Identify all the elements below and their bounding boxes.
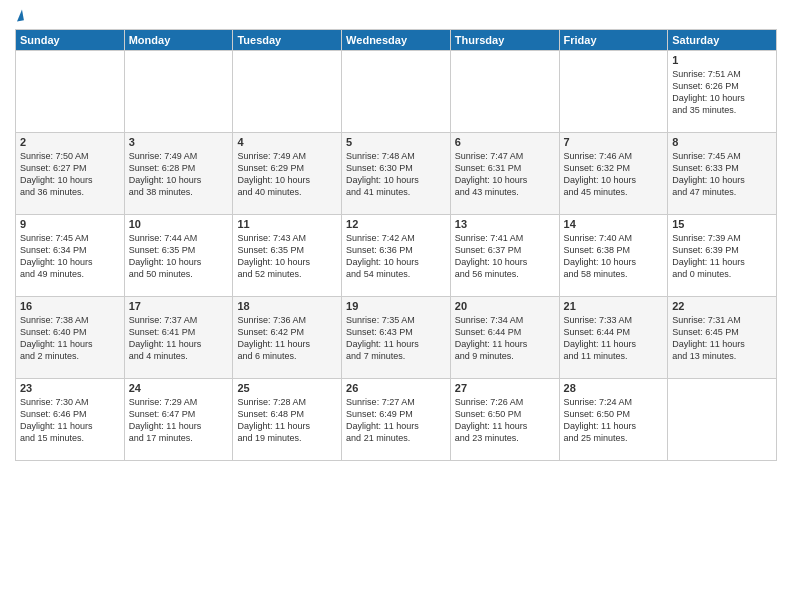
calendar-cell: 9Sunrise: 7:45 AM Sunset: 6:34 PM Daylig…: [16, 215, 125, 297]
calendar-cell: 21Sunrise: 7:33 AM Sunset: 6:44 PM Dayli…: [559, 297, 668, 379]
day-number: 25: [237, 382, 337, 394]
day-number: 4: [237, 136, 337, 148]
calendar-cell: 13Sunrise: 7:41 AM Sunset: 6:37 PM Dayli…: [450, 215, 559, 297]
calendar-table: SundayMondayTuesdayWednesdayThursdayFrid…: [15, 29, 777, 461]
day-number: 27: [455, 382, 555, 394]
day-info: Sunrise: 7:33 AM Sunset: 6:44 PM Dayligh…: [564, 314, 664, 363]
calendar-cell: 11Sunrise: 7:43 AM Sunset: 6:35 PM Dayli…: [233, 215, 342, 297]
day-info: Sunrise: 7:47 AM Sunset: 6:31 PM Dayligh…: [455, 150, 555, 199]
calendar-cell: 12Sunrise: 7:42 AM Sunset: 6:36 PM Dayli…: [342, 215, 451, 297]
calendar-cell: 10Sunrise: 7:44 AM Sunset: 6:35 PM Dayli…: [124, 215, 233, 297]
day-number: 5: [346, 136, 446, 148]
logo: [15, 10, 23, 21]
calendar-cell: 27Sunrise: 7:26 AM Sunset: 6:50 PM Dayli…: [450, 379, 559, 461]
day-info: Sunrise: 7:31 AM Sunset: 6:45 PM Dayligh…: [672, 314, 772, 363]
day-info: Sunrise: 7:35 AM Sunset: 6:43 PM Dayligh…: [346, 314, 446, 363]
calendar-header-row: SundayMondayTuesdayWednesdayThursdayFrid…: [16, 30, 777, 51]
calendar-cell: 19Sunrise: 7:35 AM Sunset: 6:43 PM Dayli…: [342, 297, 451, 379]
page-container: SundayMondayTuesdayWednesdayThursdayFrid…: [0, 0, 792, 612]
day-number: 8: [672, 136, 772, 148]
calendar-cell: 17Sunrise: 7:37 AM Sunset: 6:41 PM Dayli…: [124, 297, 233, 379]
day-info: Sunrise: 7:30 AM Sunset: 6:46 PM Dayligh…: [20, 396, 120, 445]
week-row-4: 16Sunrise: 7:38 AM Sunset: 6:40 PM Dayli…: [16, 297, 777, 379]
calendar-cell: 7Sunrise: 7:46 AM Sunset: 6:32 PM Daylig…: [559, 133, 668, 215]
calendar-cell: 24Sunrise: 7:29 AM Sunset: 6:47 PM Dayli…: [124, 379, 233, 461]
calendar-cell: 2Sunrise: 7:50 AM Sunset: 6:27 PM Daylig…: [16, 133, 125, 215]
day-info: Sunrise: 7:28 AM Sunset: 6:48 PM Dayligh…: [237, 396, 337, 445]
day-number: 20: [455, 300, 555, 312]
col-header-sunday: Sunday: [16, 30, 125, 51]
day-number: 18: [237, 300, 337, 312]
calendar-cell: 28Sunrise: 7:24 AM Sunset: 6:50 PM Dayli…: [559, 379, 668, 461]
calendar-cell: [342, 51, 451, 133]
day-info: Sunrise: 7:36 AM Sunset: 6:42 PM Dayligh…: [237, 314, 337, 363]
day-number: 22: [672, 300, 772, 312]
day-info: Sunrise: 7:49 AM Sunset: 6:28 PM Dayligh…: [129, 150, 229, 199]
day-info: Sunrise: 7:40 AM Sunset: 6:38 PM Dayligh…: [564, 232, 664, 281]
calendar-cell: [668, 379, 777, 461]
col-header-friday: Friday: [559, 30, 668, 51]
page-header: [15, 10, 777, 21]
day-info: Sunrise: 7:37 AM Sunset: 6:41 PM Dayligh…: [129, 314, 229, 363]
col-header-thursday: Thursday: [450, 30, 559, 51]
day-info: Sunrise: 7:51 AM Sunset: 6:26 PM Dayligh…: [672, 68, 772, 117]
day-info: Sunrise: 7:50 AM Sunset: 6:27 PM Dayligh…: [20, 150, 120, 199]
day-info: Sunrise: 7:43 AM Sunset: 6:35 PM Dayligh…: [237, 232, 337, 281]
calendar-cell: 14Sunrise: 7:40 AM Sunset: 6:38 PM Dayli…: [559, 215, 668, 297]
calendar-cell: 23Sunrise: 7:30 AM Sunset: 6:46 PM Dayli…: [16, 379, 125, 461]
calendar-cell: 1Sunrise: 7:51 AM Sunset: 6:26 PM Daylig…: [668, 51, 777, 133]
calendar-cell: [16, 51, 125, 133]
col-header-wednesday: Wednesday: [342, 30, 451, 51]
day-number: 26: [346, 382, 446, 394]
calendar-cell: 16Sunrise: 7:38 AM Sunset: 6:40 PM Dayli…: [16, 297, 125, 379]
day-info: Sunrise: 7:41 AM Sunset: 6:37 PM Dayligh…: [455, 232, 555, 281]
day-number: 14: [564, 218, 664, 230]
day-info: Sunrise: 7:39 AM Sunset: 6:39 PM Dayligh…: [672, 232, 772, 281]
day-number: 1: [672, 54, 772, 66]
calendar-cell: 26Sunrise: 7:27 AM Sunset: 6:49 PM Dayli…: [342, 379, 451, 461]
calendar-cell: [124, 51, 233, 133]
calendar-cell: 5Sunrise: 7:48 AM Sunset: 6:30 PM Daylig…: [342, 133, 451, 215]
col-header-saturday: Saturday: [668, 30, 777, 51]
calendar-cell: [559, 51, 668, 133]
calendar-cell: 25Sunrise: 7:28 AM Sunset: 6:48 PM Dayli…: [233, 379, 342, 461]
week-row-5: 23Sunrise: 7:30 AM Sunset: 6:46 PM Dayli…: [16, 379, 777, 461]
calendar-cell: 8Sunrise: 7:45 AM Sunset: 6:33 PM Daylig…: [668, 133, 777, 215]
col-header-monday: Monday: [124, 30, 233, 51]
day-info: Sunrise: 7:45 AM Sunset: 6:33 PM Dayligh…: [672, 150, 772, 199]
calendar-cell: 4Sunrise: 7:49 AM Sunset: 6:29 PM Daylig…: [233, 133, 342, 215]
day-number: 21: [564, 300, 664, 312]
calendar-cell: 6Sunrise: 7:47 AM Sunset: 6:31 PM Daylig…: [450, 133, 559, 215]
calendar-cell: 18Sunrise: 7:36 AM Sunset: 6:42 PM Dayli…: [233, 297, 342, 379]
day-info: Sunrise: 7:46 AM Sunset: 6:32 PM Dayligh…: [564, 150, 664, 199]
day-number: 15: [672, 218, 772, 230]
day-info: Sunrise: 7:26 AM Sunset: 6:50 PM Dayligh…: [455, 396, 555, 445]
day-info: Sunrise: 7:24 AM Sunset: 6:50 PM Dayligh…: [564, 396, 664, 445]
calendar-cell: 22Sunrise: 7:31 AM Sunset: 6:45 PM Dayli…: [668, 297, 777, 379]
day-number: 3: [129, 136, 229, 148]
day-info: Sunrise: 7:42 AM Sunset: 6:36 PM Dayligh…: [346, 232, 446, 281]
day-number: 17: [129, 300, 229, 312]
day-info: Sunrise: 7:27 AM Sunset: 6:49 PM Dayligh…: [346, 396, 446, 445]
day-number: 6: [455, 136, 555, 148]
day-number: 9: [20, 218, 120, 230]
day-info: Sunrise: 7:44 AM Sunset: 6:35 PM Dayligh…: [129, 232, 229, 281]
day-number: 16: [20, 300, 120, 312]
day-number: 28: [564, 382, 664, 394]
calendar-cell: [450, 51, 559, 133]
day-info: Sunrise: 7:45 AM Sunset: 6:34 PM Dayligh…: [20, 232, 120, 281]
calendar-cell: 3Sunrise: 7:49 AM Sunset: 6:28 PM Daylig…: [124, 133, 233, 215]
day-info: Sunrise: 7:34 AM Sunset: 6:44 PM Dayligh…: [455, 314, 555, 363]
day-number: 24: [129, 382, 229, 394]
week-row-3: 9Sunrise: 7:45 AM Sunset: 6:34 PM Daylig…: [16, 215, 777, 297]
col-header-tuesday: Tuesday: [233, 30, 342, 51]
day-number: 11: [237, 218, 337, 230]
day-number: 23: [20, 382, 120, 394]
week-row-1: 1Sunrise: 7:51 AM Sunset: 6:26 PM Daylig…: [16, 51, 777, 133]
day-number: 19: [346, 300, 446, 312]
day-number: 12: [346, 218, 446, 230]
day-info: Sunrise: 7:38 AM Sunset: 6:40 PM Dayligh…: [20, 314, 120, 363]
day-info: Sunrise: 7:48 AM Sunset: 6:30 PM Dayligh…: [346, 150, 446, 199]
week-row-2: 2Sunrise: 7:50 AM Sunset: 6:27 PM Daylig…: [16, 133, 777, 215]
calendar-cell: 20Sunrise: 7:34 AM Sunset: 6:44 PM Dayli…: [450, 297, 559, 379]
